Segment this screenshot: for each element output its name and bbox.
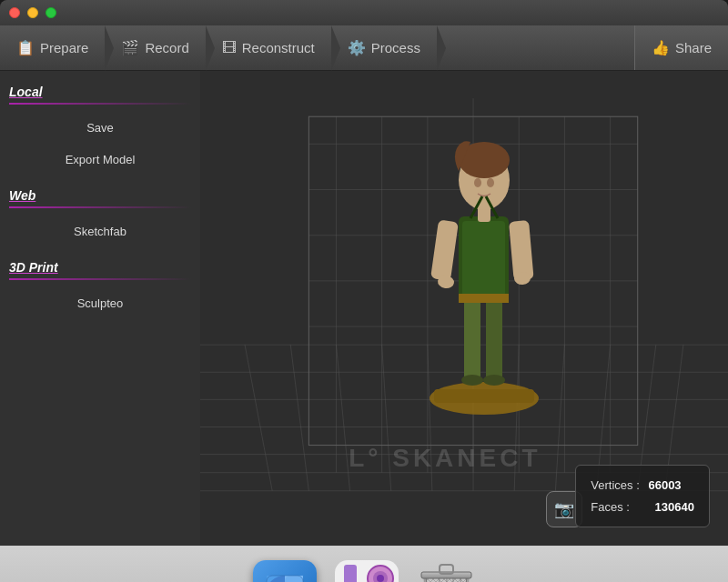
nav-label-share: Share bbox=[675, 40, 712, 55]
print3d-section-title: 3D Print bbox=[9, 260, 191, 275]
dock-item-trash[interactable] bbox=[417, 557, 476, 582]
svg-rect-38 bbox=[462, 221, 505, 298]
nav-label-process: Process bbox=[371, 40, 420, 55]
svg-rect-65 bbox=[344, 565, 357, 583]
app-window: 📋 Prepare 🎬 Record 🎞 Reconstruct ⚙️ Proc… bbox=[0, 0, 728, 546]
camera-icon: 📷 bbox=[554, 499, 574, 519]
nav-item-prepare[interactable]: 📋 Prepare bbox=[0, 25, 105, 70]
svg-point-36 bbox=[483, 375, 505, 386]
svg-rect-40 bbox=[430, 219, 459, 280]
finder-icon bbox=[253, 560, 317, 583]
web-divider bbox=[9, 206, 191, 208]
titlebar bbox=[0, 0, 728, 25]
save-button[interactable]: Save bbox=[9, 114, 191, 142]
svg-rect-32 bbox=[434, 389, 534, 403]
sculpteo-button[interactable]: Sculpteo bbox=[9, 289, 191, 317]
nav-label-record: Record bbox=[145, 40, 188, 55]
vertices-stat: Vertices : 66003 bbox=[591, 475, 694, 496]
vertices-value: 66003 bbox=[648, 478, 681, 492]
svg-line-9 bbox=[336, 345, 349, 491]
svg-point-47 bbox=[474, 178, 481, 187]
main-content: Local Save Export Model Web Sketchfab 3D… bbox=[0, 71, 728, 546]
print3d-section: 3D Print Sculpteo bbox=[9, 260, 191, 317]
web-section: Web Sketchfab bbox=[9, 188, 191, 246]
svg-rect-56 bbox=[285, 576, 303, 583]
nav-label-reconstruct: Reconstruct bbox=[242, 40, 315, 55]
svg-point-48 bbox=[487, 178, 494, 187]
print3d-divider bbox=[9, 278, 191, 280]
faces-label: Faces : bbox=[591, 500, 630, 514]
local-divider bbox=[9, 103, 191, 105]
left-panel: Local Save Export Model Web Sketchfab 3D… bbox=[0, 71, 200, 546]
record-icon: 🎬 bbox=[121, 39, 139, 56]
trash-icon bbox=[417, 557, 476, 582]
maximize-button[interactable] bbox=[46, 7, 56, 18]
sketchfab-button[interactable]: Sketchfab bbox=[9, 217, 191, 246]
svg-point-69 bbox=[377, 575, 384, 582]
export-model-button[interactable]: Export Model bbox=[9, 146, 191, 174]
skanect-icon bbox=[335, 560, 399, 583]
reconstruct-icon: 🎞 bbox=[222, 40, 237, 56]
svg-line-8 bbox=[290, 345, 308, 491]
nav-label-prepare: Prepare bbox=[40, 40, 88, 55]
nav-item-reconstruct[interactable]: 🎞 Reconstruct bbox=[206, 25, 331, 70]
svg-rect-41 bbox=[509, 220, 534, 281]
svg-rect-34 bbox=[486, 298, 502, 380]
svg-point-35 bbox=[461, 375, 483, 386]
close-button[interactable] bbox=[9, 7, 20, 18]
prepare-icon: 📋 bbox=[16, 39, 35, 56]
viewport[interactable]: L° SKANECT 📷 Vertices : 66003 Faces : 13… bbox=[200, 71, 728, 546]
dock bbox=[0, 546, 728, 582]
svg-line-7 bbox=[245, 345, 272, 491]
svg-rect-33 bbox=[464, 298, 480, 380]
stats-overlay: Vertices : 66003 Faces : 130640 bbox=[575, 465, 710, 527]
share-icon: 👍 bbox=[652, 39, 670, 56]
nav-item-process[interactable]: ⚙️ Process bbox=[331, 25, 437, 70]
faces-value: 130640 bbox=[655, 500, 694, 514]
local-section: Local Save Export Model bbox=[9, 85, 191, 174]
dock-item-skanect[interactable] bbox=[335, 560, 399, 583]
faces-stat: Faces : 130640 bbox=[591, 497, 694, 517]
minimize-button[interactable] bbox=[27, 7, 38, 18]
dock-item-finder[interactable] bbox=[253, 560, 317, 583]
svg-rect-39 bbox=[459, 294, 509, 303]
nav-item-record[interactable]: 🎬 Record bbox=[105, 25, 205, 70]
3d-figure bbox=[384, 89, 584, 435]
nav-item-share[interactable]: 👍 Share bbox=[634, 25, 728, 70]
navbar: 📋 Prepare 🎬 Record 🎞 Reconstruct ⚙️ Proc… bbox=[0, 25, 728, 71]
web-section-title: Web bbox=[9, 188, 191, 203]
process-icon: ⚙️ bbox=[348, 39, 366, 56]
vertices-label: Vertices : bbox=[591, 478, 639, 492]
local-section-title: Local bbox=[9, 85, 191, 99]
